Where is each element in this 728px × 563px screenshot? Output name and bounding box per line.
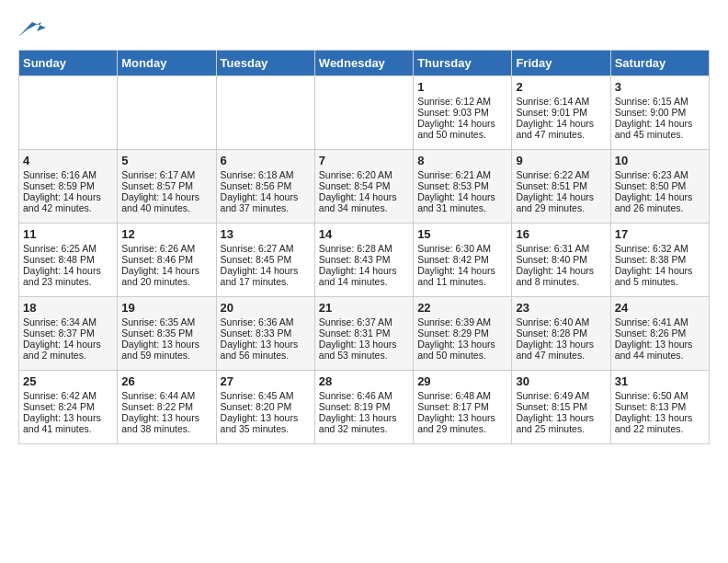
day-number: 22	[417, 301, 507, 315]
day-info: Sunrise: 6:39 AM	[417, 316, 507, 327]
day-info: Sunrise: 6:35 AM	[121, 316, 211, 327]
day-number: 28	[319, 374, 409, 388]
calendar-cell: 8Sunrise: 6:21 AMSunset: 8:53 PMDaylight…	[414, 150, 512, 224]
calendar-cell: 23Sunrise: 6:40 AMSunset: 8:28 PMDayligh…	[512, 297, 610, 371]
day-number: 20	[221, 301, 311, 315]
header-wednesday: Wednesday	[314, 51, 413, 76]
day-info: Daylight: 14 hours and 8 minutes.	[516, 265, 606, 287]
day-info: Sunrise: 6:22 AM	[516, 169, 606, 180]
day-info: Daylight: 14 hours and 14 minutes.	[319, 265, 409, 287]
day-info: Daylight: 13 hours and 32 minutes.	[319, 412, 409, 434]
day-info: Daylight: 13 hours and 47 minutes.	[516, 339, 606, 361]
day-info: Daylight: 14 hours and 5 minutes.	[615, 265, 705, 287]
day-info: Sunset: 8:26 PM	[615, 327, 705, 339]
day-info: Sunset: 8:57 PM	[121, 180, 211, 191]
calendar-cell	[216, 76, 314, 150]
day-info: Sunrise: 6:42 AM	[23, 390, 113, 401]
calendar-cell: 1Sunrise: 6:12 AMSunset: 9:03 PMDaylight…	[414, 76, 512, 150]
calendar-cell: 7Sunrise: 6:20 AMSunset: 8:54 PMDaylight…	[314, 150, 413, 224]
day-info: Daylight: 13 hours and 29 minutes.	[417, 412, 507, 434]
day-info: Sunrise: 6:27 AM	[221, 243, 311, 254]
day-number: 14	[319, 227, 409, 241]
day-info: Daylight: 14 hours and 11 minutes.	[417, 265, 507, 287]
day-number: 16	[516, 227, 606, 241]
day-info: Sunset: 8:43 PM	[319, 254, 409, 265]
day-number: 23	[516, 301, 606, 315]
calendar-cell: 22Sunrise: 6:39 AMSunset: 8:29 PMDayligh…	[414, 297, 512, 371]
calendar-cell: 25Sunrise: 6:42 AMSunset: 8:24 PMDayligh…	[19, 371, 118, 444]
day-info: Sunrise: 6:36 AM	[221, 316, 311, 327]
calendar-cell	[19, 76, 118, 150]
day-info: Daylight: 14 hours and 50 minutes.	[417, 118, 507, 140]
day-info: Sunset: 8:40 PM	[516, 254, 606, 265]
day-info: Sunrise: 6:14 AM	[516, 96, 606, 107]
day-number: 3	[615, 80, 705, 94]
day-number: 21	[319, 301, 409, 315]
day-info: Daylight: 13 hours and 25 minutes.	[516, 412, 606, 434]
day-info: Sunrise: 6:16 AM	[23, 169, 113, 180]
day-info: Daylight: 13 hours and 22 minutes.	[615, 412, 705, 434]
day-info: Sunrise: 6:45 AM	[221, 390, 311, 401]
day-number: 29	[417, 374, 507, 388]
day-info: Sunset: 8:35 PM	[121, 327, 211, 339]
calendar-table: SundayMondayTuesdayWednesdayThursdayFrid…	[18, 50, 710, 444]
day-info: Sunset: 8:20 PM	[221, 401, 311, 412]
day-info: Sunrise: 6:21 AM	[417, 169, 507, 180]
calendar-cell: 18Sunrise: 6:34 AMSunset: 8:37 PMDayligh…	[19, 297, 118, 371]
day-info: Sunrise: 6:30 AM	[417, 243, 507, 254]
day-info: Sunset: 8:22 PM	[121, 401, 211, 412]
day-info: Sunrise: 6:18 AM	[221, 169, 311, 180]
header	[18, 18, 710, 40]
calendar-cell: 21Sunrise: 6:37 AMSunset: 8:31 PMDayligh…	[314, 297, 413, 371]
day-info: Daylight: 14 hours and 42 minutes.	[23, 191, 113, 213]
week-row-5: 25Sunrise: 6:42 AMSunset: 8:24 PMDayligh…	[19, 371, 710, 444]
day-info: Daylight: 13 hours and 44 minutes.	[615, 339, 705, 361]
day-number: 8	[417, 154, 507, 167]
day-info: Sunrise: 6:17 AM	[121, 169, 211, 180]
day-info: Sunrise: 6:49 AM	[516, 390, 606, 401]
day-info: Sunset: 9:00 PM	[615, 107, 705, 118]
day-info: Sunset: 8:17 PM	[417, 401, 507, 412]
calendar-cell: 3Sunrise: 6:15 AMSunset: 9:00 PMDaylight…	[610, 76, 709, 150]
week-row-1: 1Sunrise: 6:12 AMSunset: 9:03 PMDaylight…	[19, 76, 710, 150]
calendar-cell	[314, 76, 413, 150]
day-number: 31	[615, 374, 705, 388]
day-info: Daylight: 13 hours and 41 minutes.	[23, 412, 113, 434]
header-thursday: Thursday	[414, 51, 512, 76]
calendar-cell: 5Sunrise: 6:17 AMSunset: 8:57 PMDaylight…	[118, 150, 216, 224]
day-info: Sunset: 8:50 PM	[615, 180, 705, 191]
day-info: Daylight: 13 hours and 35 minutes.	[221, 412, 311, 434]
day-info: Sunrise: 6:26 AM	[121, 243, 211, 254]
logo	[18, 18, 50, 40]
day-number: 7	[319, 154, 409, 167]
day-info: Sunset: 8:38 PM	[615, 254, 705, 265]
calendar-cell: 19Sunrise: 6:35 AMSunset: 8:35 PMDayligh…	[118, 297, 216, 371]
calendar-cell	[118, 76, 216, 150]
calendar-cell: 6Sunrise: 6:18 AMSunset: 8:56 PMDaylight…	[216, 150, 314, 224]
day-info: Sunrise: 6:34 AM	[23, 316, 113, 327]
day-info: Sunset: 8:51 PM	[516, 180, 606, 191]
header-tuesday: Tuesday	[216, 51, 314, 76]
day-info: Sunrise: 6:32 AM	[615, 243, 705, 254]
calendar-header-row: SundayMondayTuesdayWednesdayThursdayFrid…	[19, 51, 710, 76]
day-info: Daylight: 14 hours and 31 minutes.	[417, 191, 507, 213]
day-info: Sunset: 8:56 PM	[221, 180, 311, 191]
header-sunday: Sunday	[19, 51, 118, 76]
day-info: Sunrise: 6:37 AM	[319, 316, 409, 327]
calendar-cell: 27Sunrise: 6:45 AMSunset: 8:20 PMDayligh…	[216, 371, 314, 444]
day-info: Sunset: 9:03 PM	[417, 107, 507, 118]
day-info: Sunset: 8:54 PM	[319, 180, 409, 191]
logo-icon	[18, 18, 46, 40]
calendar-cell: 17Sunrise: 6:32 AMSunset: 8:38 PMDayligh…	[610, 224, 709, 297]
day-info: Sunrise: 6:25 AM	[23, 243, 113, 254]
day-number: 26	[121, 374, 211, 388]
day-info: Sunset: 8:33 PM	[221, 327, 311, 339]
day-number: 10	[615, 154, 705, 167]
calendar-cell: 20Sunrise: 6:36 AMSunset: 8:33 PMDayligh…	[216, 297, 314, 371]
day-info: Sunset: 8:28 PM	[516, 327, 606, 339]
calendar-cell: 12Sunrise: 6:26 AMSunset: 8:46 PMDayligh…	[118, 224, 216, 297]
week-row-4: 18Sunrise: 6:34 AMSunset: 8:37 PMDayligh…	[19, 297, 710, 371]
day-info: Sunset: 8:46 PM	[121, 254, 211, 265]
day-info: Sunrise: 6:28 AM	[319, 243, 409, 254]
day-number: 17	[615, 227, 705, 241]
